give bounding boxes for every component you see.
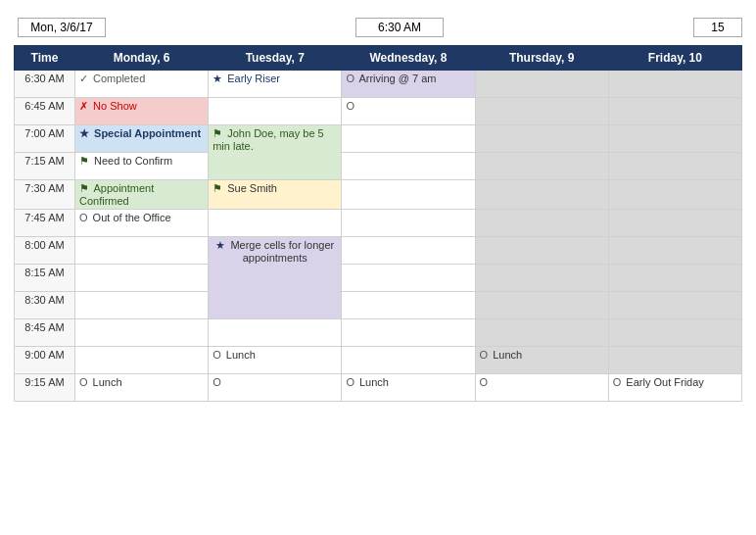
fri-cell [608, 125, 741, 153]
fri-cell [608, 153, 741, 180]
thu-cell [475, 180, 608, 210]
wed-cell [342, 125, 475, 153]
table-body: 6:30 AM✓ Completed★ Early RiserO Arrivin… [15, 71, 742, 402]
time-cell: 8:30 AM [15, 292, 75, 319]
circle-icon: O [213, 349, 221, 361]
fri-cell [608, 347, 741, 374]
time-cell: 6:45 AM [15, 98, 75, 125]
flag-icon: ⚑ [213, 127, 222, 139]
table-row: 7:00 AM★ Special Appointment⚑ John Doe, … [15, 125, 742, 153]
wed-cell [342, 265, 475, 292]
fri-cell [608, 319, 741, 347]
wed-cell [342, 347, 475, 374]
wed-cell [342, 210, 475, 237]
circle-icon: O [213, 376, 221, 388]
time-cell: 8:15 AM [15, 265, 75, 292]
tue-cell: ⚑ John Doe, may be 5 min late. [209, 125, 342, 180]
time-cell: 8:45 AM [15, 319, 75, 347]
flag-icon: ⚑ [79, 155, 89, 167]
time-cell: 7:30 AM [15, 180, 75, 210]
table-row: 8:00 AM★ Merge cells for longer appointm… [15, 237, 742, 265]
mon-cell: ✓ Completed [75, 71, 209, 98]
circle-icon: O [613, 376, 622, 388]
table-row: 8:15 AM [15, 265, 742, 292]
interval-input[interactable] [693, 18, 742, 37]
wed-cell [342, 180, 475, 210]
mon-cell: O Lunch [75, 374, 209, 402]
tue-cell: O [209, 374, 342, 402]
star-icon: ★ [79, 127, 89, 139]
fri-cell [608, 98, 741, 125]
time-cell: 8:00 AM [15, 237, 75, 265]
mon-cell [75, 347, 209, 374]
fri-cell [608, 210, 741, 237]
table-header: TimeMonday, 6Tuesday, 7Wednesday, 8Thurs… [15, 46, 742, 71]
schedule-table: TimeMonday, 6Tuesday, 7Wednesday, 8Thurs… [14, 45, 742, 402]
thu-cell [475, 292, 608, 319]
start-date-input[interactable] [18, 18, 106, 37]
tue-cell: O Lunch [209, 347, 342, 374]
wed-cell: O [342, 98, 475, 125]
fri-cell [608, 237, 741, 265]
mon-cell: O Out of the Office [75, 210, 209, 237]
circle-icon: O [480, 349, 489, 361]
mon-cell: ✗ No Show [75, 98, 209, 125]
circle-icon: O [79, 212, 88, 223]
fri-cell [608, 71, 741, 98]
wed-cell [342, 237, 475, 265]
mon-cell [75, 237, 209, 265]
tue-cell: ⚑ Sue Smith [209, 180, 342, 210]
check-icon: ✓ [79, 73, 88, 84]
circle-icon: O [346, 73, 354, 84]
thu-cell [475, 71, 608, 98]
time-cell: 7:45 AM [15, 210, 75, 237]
table-row: 6:30 AM✓ Completed★ Early RiserO Arrivin… [15, 71, 742, 98]
header-cell-1: Monday, 6 [75, 46, 209, 71]
table-row: 9:00 AMO LunchO Lunch [15, 347, 742, 374]
mon-cell [75, 319, 209, 347]
time-cell: 7:15 AM [15, 153, 75, 180]
tue-cell [209, 98, 342, 125]
fri-cell: O Early Out Friday [608, 374, 741, 402]
thu-cell [475, 210, 608, 237]
wed-cell: O Arriving @ 7 am [342, 71, 475, 98]
header-cell-5: Friday, 10 [608, 46, 741, 71]
star-icon: ★ [213, 73, 222, 84]
tue-cell [209, 319, 342, 347]
star-icon: ★ [215, 239, 225, 251]
header-row: TimeMonday, 6Tuesday, 7Wednesday, 8Thurs… [15, 46, 742, 71]
mon-cell: ⚑ Appointment Confirmed [75, 180, 209, 210]
time-cell: 9:00 AM [15, 347, 75, 374]
thu-cell [475, 98, 608, 125]
wed-cell [342, 153, 475, 180]
flag-icon: ⚑ [79, 182, 89, 194]
thu-cell [475, 319, 608, 347]
flag-icon: ⚑ [213, 182, 222, 194]
fri-cell [608, 292, 741, 319]
fri-cell [608, 180, 741, 210]
thu-cell: O Lunch [475, 347, 608, 374]
fri-cell [608, 265, 741, 292]
mon-cell: ⚑ Need to Confirm [75, 153, 209, 180]
start-time-input[interactable] [355, 18, 444, 37]
table-row: 7:45 AMO Out of the Office [15, 210, 742, 237]
wed-cell [342, 292, 475, 319]
tue-cell: ★ Early Riser [209, 71, 342, 98]
circle-icon: O [480, 376, 489, 388]
table-row: 8:30 AM [15, 292, 742, 319]
tue-cell [209, 210, 342, 237]
table-row: 6:45 AM✗ No ShowO [15, 98, 742, 125]
tue-cell: ★ Merge cells for longer appointments [209, 237, 342, 319]
thu-cell [475, 153, 608, 180]
table-row: 7:30 AM⚑ Appointment Confirmed⚑ Sue Smit… [15, 180, 742, 210]
x-icon: ✗ [79, 100, 88, 112]
wed-cell: O Lunch [342, 374, 475, 402]
circle-icon: O [346, 100, 354, 112]
thu-cell [475, 237, 608, 265]
thu-cell [475, 125, 608, 153]
header-cell-3: Wednesday, 8 [342, 46, 475, 71]
time-cell: 9:15 AM [15, 374, 75, 402]
mon-cell: ★ Special Appointment [75, 125, 209, 153]
header-cell-0: Time [15, 46, 75, 71]
controls-bar [14, 18, 742, 37]
